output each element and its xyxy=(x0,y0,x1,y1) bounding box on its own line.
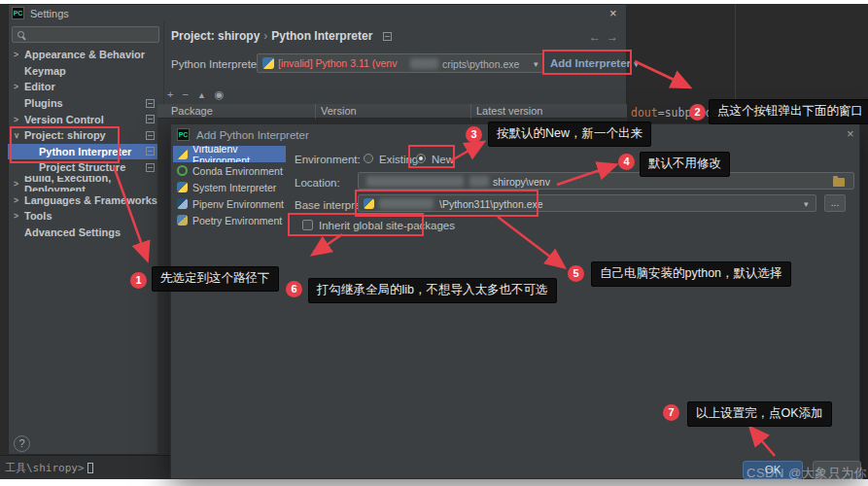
sidebar-item-label: Advanced Settings xyxy=(24,226,121,238)
pipenv-icon xyxy=(177,198,188,209)
configure-icon xyxy=(146,115,155,123)
callout-text-2: 点这个按钮弹出下面的窗口 xyxy=(709,99,868,124)
blurred-path-segment xyxy=(469,176,489,187)
window-title: Settings xyxy=(30,8,69,19)
breadcrumb-project[interactable]: Project: shiropy xyxy=(171,29,260,43)
column-divider xyxy=(470,104,471,119)
chevron-right-icon[interactable]: > xyxy=(14,50,24,59)
callout-text-6: 打勾继承全局的lib，不想导入太多也不可选 xyxy=(308,278,557,303)
breadcrumb-separator-icon: › xyxy=(260,29,271,43)
callout-text-3: 按默认的New，新一个出来 xyxy=(488,122,651,147)
search-input[interactable] xyxy=(12,26,159,43)
highlight-box-add-interpreter xyxy=(542,50,632,75)
package-table-header: Package Version Latest version xyxy=(157,104,627,119)
chevron-right-icon[interactable]: > xyxy=(14,115,24,124)
package-toolbar[interactable]: +−▲◉ xyxy=(167,88,232,101)
env-item-poetry[interactable]: Poetry Environment xyxy=(173,212,286,228)
watermark: CSDN @大象只为你 xyxy=(746,465,867,482)
breadcrumb-page: Python Interpreter xyxy=(271,29,372,43)
sidebar-item-label: Keymap xyxy=(24,65,66,77)
callout-number-4: 4 xyxy=(618,154,635,170)
sidebar-item-label: Tools xyxy=(24,210,52,222)
eye-icon[interactable]: ◉ xyxy=(215,88,233,100)
chevron-right-icon[interactable]: > xyxy=(14,82,24,91)
blurred-path-segment xyxy=(410,58,438,69)
chevron-right-icon[interactable]: > xyxy=(14,195,24,205)
chevron-down-icon: ▾ xyxy=(634,59,639,69)
help-button[interactable]: ? xyxy=(14,435,30,452)
blurred-path-segment xyxy=(366,176,464,187)
sidebar-item-plugins[interactable]: Plugins xyxy=(8,95,163,112)
poetry-icon xyxy=(177,215,188,226)
callout-text-1: 先选定到这个路径下 xyxy=(152,266,279,292)
back-arrow-icon[interactable]: ← xyxy=(589,30,607,44)
plus-icon[interactable]: + xyxy=(167,88,182,100)
sidebar-item-build-execution[interactable]: >Build, Execution, Deployment xyxy=(8,176,163,192)
highlight-box-project-sidebar xyxy=(10,126,120,163)
configure-icon xyxy=(146,99,155,108)
env-item-conda[interactable]: Conda Environment xyxy=(173,162,286,179)
interpreter-dropdown[interactable]: [invalid] Python 3.11 (venv cripts\pytho… xyxy=(257,53,544,73)
screenshot-canvas: dout=subprocess.PIPE) PC Settings × >App… xyxy=(0,0,868,486)
bottom-border-strip xyxy=(0,479,868,486)
chevron-down-icon[interactable]: ▾ xyxy=(804,199,809,209)
sidebar-item-label: Editor xyxy=(24,81,55,92)
column-header-version[interactable]: Version xyxy=(321,105,357,117)
close-icon[interactable]: × xyxy=(609,6,617,20)
highlight-box-new-radio xyxy=(408,145,455,168)
radio-existing[interactable] xyxy=(364,154,373,163)
highlight-box-inherit-checkbox xyxy=(288,213,424,236)
interpreter-path-text: cripts\python.exe xyxy=(442,58,519,70)
location-value: shiropy\venv xyxy=(493,176,550,188)
chevron-right-icon[interactable]: > xyxy=(14,211,24,221)
sidebar-item-tools[interactable]: >Tools xyxy=(8,208,163,225)
upgrade-icon[interactable]: ▲ xyxy=(197,90,215,100)
chevron-right-icon[interactable]: > xyxy=(14,179,24,189)
sidebar-item-label: Build, Execution, Deployment xyxy=(24,176,163,192)
environment-label: Environment: xyxy=(295,154,361,165)
location-label: Location: xyxy=(295,177,340,189)
terminal-cursor xyxy=(87,463,93,473)
callout-number-1: 1 xyxy=(130,272,147,289)
env-item-label: Poetry Environment xyxy=(192,215,282,226)
terminal-panel[interactable]: 工具\shiropy> xyxy=(0,455,171,479)
sidebar-item-languages-frameworks[interactable]: >Languages & Frameworks xyxy=(8,191,163,208)
env-item-pipenv[interactable]: Pipenv Environment xyxy=(173,195,286,212)
callout-text-7: 以上设置完，点OK添加 xyxy=(687,401,832,427)
search-icon-tail xyxy=(22,36,26,40)
dialog-close-icon[interactable]: × xyxy=(847,126,854,141)
location-field[interactable]: shiropy\venv xyxy=(358,172,854,190)
terminal-prompt-text: 工具\shiropy> xyxy=(5,462,85,474)
sidebar-item-keymap[interactable]: Keymap xyxy=(8,63,163,80)
interpreter-label: Python Interpreter: xyxy=(171,58,263,70)
sidebar-item-label: Plugins xyxy=(24,97,63,109)
column-header-latest[interactable]: Latest version xyxy=(476,105,542,117)
history-nav[interactable]: ←→ xyxy=(589,30,624,44)
column-header-package[interactable]: Package xyxy=(171,105,213,117)
pycharm-logo-icon: PC xyxy=(177,128,190,141)
sidebar-item-version-control[interactable]: >Version Control xyxy=(8,111,163,127)
folder-icon[interactable] xyxy=(833,178,845,187)
sidebar-item-editor[interactable]: >Editor xyxy=(8,79,163,95)
minus-icon[interactable]: − xyxy=(182,88,196,100)
browse-dots-button[interactable]: ... xyxy=(824,194,846,212)
callout-number-3: 3 xyxy=(466,126,482,143)
forward-arrow-icon[interactable]: → xyxy=(607,30,624,44)
column-divider xyxy=(315,104,316,119)
interpreter-invalid-text: [invalid] Python 3.11 (venv xyxy=(278,57,397,69)
env-item-virtualenv[interactable]: Virtualenv Environment xyxy=(173,146,286,162)
env-item-system[interactable]: System Interpreter xyxy=(173,179,286,195)
configure-icon xyxy=(146,131,155,140)
env-item-label: Conda Environment xyxy=(192,165,283,177)
sidebar-item-label: Languages & Frameworks xyxy=(24,194,157,206)
chevron-down-icon[interactable]: ▾ xyxy=(534,59,538,69)
callout-number-7: 7 xyxy=(663,404,679,421)
callout-text-5: 自己电脑安装的python，默认选择 xyxy=(591,261,791,287)
sidebar-item-advanced-settings[interactable]: Advanced Settings xyxy=(8,225,163,241)
terminal-prompt: 工具\shiropy> xyxy=(5,461,93,475)
breadcrumb-settings-icon[interactable] xyxy=(383,32,392,41)
sidebar-item-appearance[interactable]: >Appearance & Behavior xyxy=(8,47,163,63)
dialog-title: Add Python Interpreter xyxy=(196,129,309,141)
code-arg-text: dout xyxy=(631,106,658,120)
callout-text-4: 默认不用修改 xyxy=(640,152,730,177)
